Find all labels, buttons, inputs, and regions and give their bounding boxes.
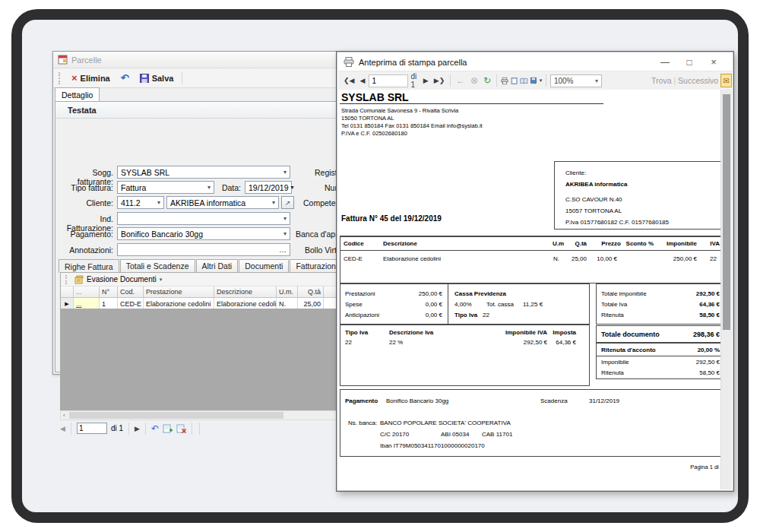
tab-dettaglio[interactable]: Dettaglio [55,87,100,102]
bank-label: Ns. banca: [348,420,377,426]
row-detail-link[interactable]: ... [76,300,82,308]
refresh-icon[interactable]: ↻ [482,75,492,86]
pagamento-label: Pagamento: [55,230,113,239]
data-picker[interactable]: 19/12/2019▾ [245,181,292,194]
item-imponibile: 250,00 € [663,255,697,262]
cliente-name-combo[interactable]: AKRIBEA informatica▾ [166,196,279,209]
toolbar-separator [182,72,182,84]
elimina-button[interactable]: × Elimina [68,72,114,84]
vscroll-thumb[interactable] [723,94,730,330]
tab-totali-scadenze[interactable]: Totali e Scadenze [120,259,195,272]
scroll-left-icon[interactable]: ‹ [61,412,68,419]
totale-iva-value: 64,36 € [665,301,720,308]
toolbar-grip [59,72,62,84]
cliente-code-combo[interactable]: 411.2▾ [117,196,164,209]
delete-row-icon[interactable] [176,423,186,433]
print-icon[interactable] [501,76,508,86]
client-label: Cliente: [565,169,586,176]
chevron-down-icon: ▾ [281,169,287,176]
totals-right-box: Totale imponibile 292,50 € Totale Iva 64… [596,283,725,325]
close-icon[interactable]: × [701,56,726,68]
cassa-tot-label: Tot. cassa [486,301,514,308]
iva-row-descrizione: 22 % [389,339,403,346]
cell-um[interactable]: N. [277,298,298,309]
ritenuta-box: Ritenuta d'acconto 20,00 % Imponibile 29… [596,343,725,379]
cell-codice[interactable]: CED-E [118,298,144,309]
payment-value: Bonifico Bancario 30gg [386,397,448,404]
form-icon [58,55,68,65]
page-number-input[interactable] [369,74,408,87]
pagamento-combo[interactable]: Bonifico Bancario 30gg▾ [117,227,290,240]
grid-header-cell[interactable]: Cod. [118,287,144,297]
page-setup-icon[interactable] [520,76,528,86]
cassa-iva-label: Tipo Iva [454,312,477,318]
menu-grip [65,275,69,284]
payment-box: Pagamento Bonifico Bancario 30gg Scadenz… [340,389,725,457]
totale-imponibile-value: 292,50 € [665,290,720,297]
tab-documenti[interactable]: Documenti [239,259,289,272]
find-next-button[interactable]: Successivo [678,76,718,85]
grid-header-cell[interactable]: Prestazione [144,287,214,297]
cell-qta[interactable]: 25,00 [298,298,324,309]
previous-page-icon[interactable]: ◀ [358,77,366,84]
next-page-icon[interactable]: ▶ [422,77,430,84]
hscroll-thumb[interactable] [69,412,283,419]
header-rule [340,103,603,104]
iva-header-imposta: Imposta [526,329,576,336]
cell-numero[interactable]: 1 [100,298,118,309]
cliente-label: Cliente: [55,198,113,207]
totals-left-box: Prestazioni 250,00 € Spese 0,00 € Antici… [340,283,590,325]
parcelle-title: Parcelle [71,55,102,65]
salva-button[interactable]: Salva [136,72,178,84]
stop-icon[interactable]: ⊗ [469,75,480,86]
sogg-fatturante-combo[interactable]: SYSLAB SRL▾ [117,166,290,179]
email-button[interactable]: ✉ [720,74,732,87]
cell-descrizione[interactable]: Elaborazione cedolini [214,298,277,309]
ritenuta-acconto-value: 20,00 % [667,347,720,353]
prev-record-icon[interactable]: ◀ [60,425,65,432]
envelope-icon: ✉ [723,77,729,85]
back-icon[interactable]: ← [454,75,467,86]
undo-row-icon[interactable]: ↶ [151,425,159,432]
record-number-input[interactable] [77,423,107,434]
ellipsis-button[interactable]: … [277,245,287,254]
grid-header-cell[interactable]: N° [100,287,118,297]
undo-button[interactable]: ↶ [117,73,133,84]
grid-header-cell[interactable]: ... [74,287,100,297]
find-button[interactable]: Trova [651,76,671,85]
cell-prestazione[interactable]: Elaborazione cedolini [144,298,214,309]
last-page-icon[interactable]: ▶❯ [432,77,446,84]
bank-abi: ABI 05034 [441,431,469,438]
ind-fatturazione-combo[interactable]: ▾ [117,212,290,225]
chevron-down-icon: ▾ [270,199,275,206]
grid-header-cell[interactable]: Descrizione [214,287,277,297]
insert-row-icon[interactable] [163,423,173,433]
export-icon[interactable] [530,76,537,86]
preview-vscrollbar[interactable] [720,90,732,489]
export-dropdown-icon[interactable]: ▾ [540,78,543,84]
minimize-icon[interactable]: — [653,57,677,68]
doc-total-box: Totale documento 298,36 € [596,325,725,343]
anticipazioni-label: Anticipazioni [345,312,379,318]
cassa-rate: 4,00% [454,301,472,308]
company-name: SYSLAB SRL [341,91,409,103]
grid-header-cell[interactable]: Q.tà [298,287,324,297]
evasione-documenti-menu[interactable]: Evasione Documenti [87,275,157,283]
maximize-icon[interactable]: □ [677,57,701,68]
tipo-fattura-combo[interactable]: Fattura▾ [117,181,214,194]
zoom-select[interactable]: 100%▾ [550,74,602,87]
print-layout-icon[interactable] [511,76,518,86]
print-preview-dialog: Anteprima di stampa parcella — □ × ❮◀ ◀ … [336,51,734,492]
first-page-icon[interactable]: ❮◀ [342,77,356,84]
open-cliente-button[interactable]: ↗ [281,196,294,209]
item-qta: 25,00 [564,255,587,262]
ritenuta-acconto-label: Ritenuta d'acconto [601,347,656,353]
tab-altri-dati[interactable]: Altri Dati [196,259,239,272]
annotazioni-field[interactable]: … [117,243,290,256]
device-frame: Parcelle × Elimina ↶ Salva Dettaglio Tes… [11,9,749,523]
grid-header-cell[interactable]: U.m. [277,287,298,297]
menu-dropdown-icon[interactable]: ▾ [160,277,163,283]
next-record-icon[interactable]: ▶ [135,425,140,432]
tab-righe-fattura[interactable]: Righe Fattura [59,259,119,273]
doc-total-label: Totale documento [601,331,660,338]
